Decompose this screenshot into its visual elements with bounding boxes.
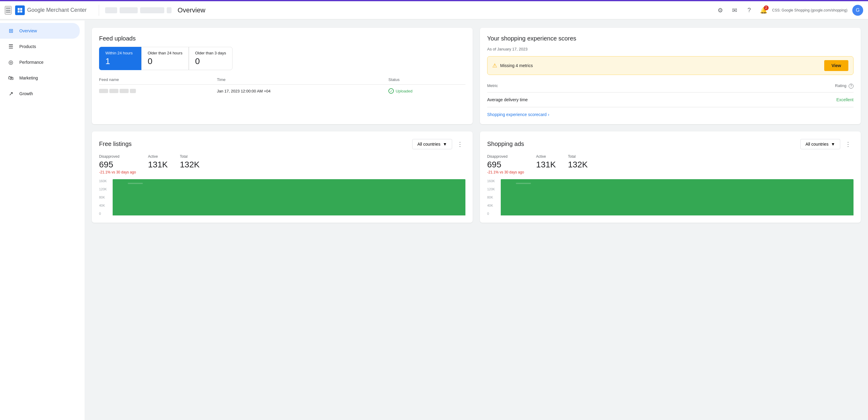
chart-label-40k: 40K (99, 204, 107, 207)
view-button[interactable]: View (824, 60, 848, 71)
shopping-ads-stats: Disapproved 695 -21.1% vs 30 days ago Ac… (487, 154, 854, 174)
free-listings-country-dropdown[interactable]: All countries ▼ (412, 139, 452, 149)
logo-icon (15, 5, 25, 15)
missing-left: ⚠ Missing 4 metrics (492, 62, 533, 69)
hamburger-menu[interactable]: ☰ (5, 6, 11, 14)
breadcrumb-2 (120, 7, 138, 13)
chevron-icon: › (548, 112, 549, 117)
disapproved-label: Disapproved (99, 154, 136, 159)
settings-button[interactable]: ⚙ (714, 4, 726, 16)
sidebar-item-marketing[interactable]: 🛍 Marketing (0, 70, 80, 86)
placeholder-block-1 (99, 89, 108, 93)
ads-active-value: 131K (536, 160, 556, 170)
feed-tab-within-24-label: Within 24 hours (105, 51, 135, 55)
free-listings-active: Active 131K (148, 154, 167, 174)
performance-icon: ◎ (7, 59, 14, 66)
feed-time-cell: Jan 17, 2023 12:00:00 AM +04 (217, 85, 389, 98)
free-listings-country-label: All countries (417, 142, 440, 147)
feed-tabs: Within 24 hours 1 Older than 24 hours 0 … (99, 47, 465, 70)
feed-tab-older-24[interactable]: Older than 24 hours 0 (141, 47, 189, 70)
feed-tab-within-24[interactable]: Within 24 hours 1 (99, 47, 141, 70)
shopping-ads-title: Shopping ads (487, 141, 524, 147)
sidebar-item-products[interactable]: ☰ Products (0, 39, 80, 54)
growth-icon: ↗ (7, 90, 14, 97)
shopping-ads-more-button[interactable]: ⋮ (843, 139, 854, 150)
ads-total-label: Total (568, 154, 587, 159)
shopping-ads-disapproved: Disapproved 695 -21.1% vs 30 days ago (487, 154, 524, 174)
shopping-scores-title: Your shopping experience scores (487, 35, 854, 42)
top-nav: ☰ Google Merchant Center Overview ⚙ ✉ ? … (0, 0, 868, 19)
chart-label-120k: 120K (99, 187, 107, 191)
ads-chart-label-120k: 120K (487, 187, 495, 191)
svg-rect-0 (18, 8, 20, 10)
feed-tab-older-24-count: 0 (148, 57, 182, 66)
arrow-annotation (0, 42, 3, 51)
scorecard-link[interactable]: Shopping experience scorecard › (487, 112, 854, 117)
sidebar-item-growth[interactable]: ↗ Growth (0, 86, 80, 101)
sidebar-item-performance[interactable]: ◎ Performance (0, 54, 80, 70)
marketing-icon: 🛍 (7, 75, 14, 81)
sidebar-item-marketing-label: Marketing (19, 76, 38, 80)
shopping-ads-peak (516, 183, 531, 184)
chart-label-0: 0 (99, 212, 107, 215)
notifications-button[interactable]: 🔔 2 (758, 4, 770, 16)
check-circle-icon: ✓ (389, 88, 394, 94)
free-listings-total: Total 132K (180, 154, 199, 174)
bottom-cards-row: Free listings All countries ▼ ⋮ Disappro… (92, 131, 861, 223)
ads-chart-label-80k: 80K (487, 196, 495, 199)
total-value: 132K (180, 160, 199, 170)
feed-tab-older-3days-count: 0 (195, 57, 226, 66)
help-button[interactable]: ? (743, 4, 755, 16)
user-avatar[interactable]: G (852, 5, 863, 16)
free-listings-chart-labels: 160K 120K 80K 40K 0 (99, 179, 107, 215)
disapproved-change: -21.1% vs 30 days ago (99, 170, 136, 174)
info-icon[interactable]: ? (849, 84, 854, 89)
free-listings-chart-bar (113, 179, 465, 215)
shopping-scores-subtitle: As of January 17, 2023 (487, 47, 854, 51)
sidebar: ⊞ Overview ☰ Products ◎ Performance 🛍 Ma… (0, 21, 85, 420)
feed-status-cell: ✓ Uploaded (389, 85, 465, 98)
free-listings-card: Free listings All countries ▼ ⋮ Disappro… (92, 131, 473, 223)
sidebar-item-products-label: Products (19, 44, 36, 49)
breadcrumb-nav (105, 7, 172, 13)
sidebar-item-performance-label: Performance (19, 60, 43, 65)
shopping-ads-total: Total 132K (568, 154, 587, 174)
shopping-ads-card: Shopping ads All countries ▼ ⋮ Disapprov… (480, 131, 861, 223)
metric-rating-delivery: Excellent (836, 97, 854, 102)
free-listings-more-button[interactable]: ⋮ (455, 139, 465, 150)
feed-status-header: Status (389, 75, 465, 85)
feed-tab-older-3days[interactable]: Older than 3 days 0 (189, 47, 232, 70)
mail-button[interactable]: ✉ (729, 4, 741, 16)
sidebar-item-overview[interactable]: ⊞ Overview (0, 23, 80, 39)
scorecard-link-text: Shopping experience scorecard (487, 112, 547, 117)
feed-table: Feed name Time Status (99, 75, 465, 97)
chart-label-80k: 80K (99, 196, 107, 199)
free-listings-title: Free listings (99, 141, 132, 147)
placeholder-block-4 (130, 89, 136, 93)
rating-header-text: Rating (835, 83, 846, 88)
feed-table-header: Feed name Time Status (99, 75, 465, 85)
rating-column-header: Rating ? (835, 83, 854, 89)
shopping-ads-dropdown-arrow-icon: ▼ (831, 142, 835, 147)
feed-tab-older-3days-label: Older than 3 days (195, 51, 226, 55)
status-text: Uploaded (396, 89, 412, 93)
shopping-ads-chart: 160K 120K 80K 40K 0 (487, 179, 854, 215)
table-row: Jan 17, 2023 12:00:00 AM +04 ✓ Uploaded (99, 85, 465, 98)
breadcrumb-1 (105, 7, 117, 13)
shopping-ads-header: Shopping ads All countries ▼ ⋮ (487, 139, 854, 150)
svg-rect-1 (20, 8, 22, 10)
logo-area: Google Merchant Center (15, 5, 87, 15)
free-listings-bar (113, 188, 465, 215)
disapproved-value: 695 (99, 160, 136, 170)
products-icon: ☰ (7, 43, 14, 50)
nav-divider (99, 5, 99, 16)
notification-badge: 2 (764, 5, 769, 10)
warning-icon: ⚠ (492, 62, 497, 69)
feed-table-body: Jan 17, 2023 12:00:00 AM +04 ✓ Uploaded (99, 85, 465, 98)
placeholder-block-2 (109, 89, 118, 93)
shopping-ads-country-dropdown[interactable]: All countries ▼ (800, 139, 840, 149)
page-title: Overview (178, 6, 205, 14)
metric-header: Metric Rating ? (487, 80, 854, 92)
missing-metrics-text: Missing 4 metrics (500, 63, 533, 68)
free-listings-controls: All countries ▼ ⋮ (412, 139, 465, 150)
